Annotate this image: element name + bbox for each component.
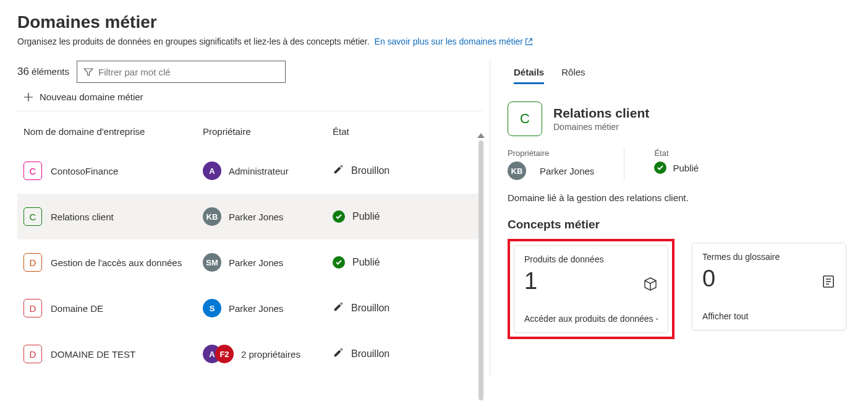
owner-label: Propriétaire (508, 149, 594, 158)
owner-text: Administrateur (229, 166, 289, 176)
page-title: Domaines métier (17, 12, 851, 32)
table-row[interactable]: D Domaine DE S Parker Jones Brouillon (17, 285, 482, 331)
check-icon (333, 256, 345, 269)
domain-letter-icon: C (508, 101, 542, 136)
table-row[interactable]: C ContosoFinance A Administrateur Brouil… (17, 148, 482, 194)
scrollbar-thumb[interactable] (479, 140, 483, 400)
domain-name: Relations client (51, 212, 114, 222)
table-row[interactable]: C Relations client KB Parker Jones Publi… (17, 194, 482, 239)
filter-icon (83, 67, 93, 77)
owner-text: Parker Jones (229, 257, 283, 268)
external-link-icon (525, 38, 533, 46)
avatar: F2 (215, 345, 234, 363)
state-text: Brouillon (351, 165, 389, 176)
state-text: Brouillon (351, 348, 389, 360)
domain-name: DOMAINE DE TEST (51, 349, 135, 360)
state-label: État (654, 149, 699, 158)
detail-subtitle: Domaines métier (553, 122, 649, 132)
domain-name: Gestion de l'accès aux données (51, 257, 182, 268)
owner-text: Parker Jones (229, 212, 283, 222)
owner-avatar: KB (508, 162, 526, 180)
card-link[interactable]: Accéder aux produits de données -Y (524, 314, 658, 324)
domain-letter-icon: D (23, 345, 42, 363)
table-row[interactable]: D Gestion de l'accès aux données SM Park… (17, 239, 482, 285)
check-icon (333, 210, 345, 223)
col-header-state[interactable]: État (333, 126, 476, 137)
filter-input[interactable] (98, 67, 279, 77)
check-icon (654, 162, 666, 174)
table-row[interactable]: D DOMAINE DE TEST AF2 2 propriétaires Br… (17, 331, 482, 377)
state-text: Publié (352, 257, 380, 268)
filter-input-wrapper[interactable] (77, 61, 286, 83)
detail-tabs: Détails Rôles (508, 61, 851, 84)
plus-icon (23, 92, 33, 102)
card-title: Produits de données (524, 254, 658, 264)
card-count: 1 (524, 268, 658, 295)
owner-text: 2 propriétaires (241, 349, 300, 360)
concept-card[interactable]: Produits de données 1 Accéder aux produi… (508, 239, 674, 339)
draft-icon (333, 164, 344, 178)
col-header-name[interactable]: Nom de domaine d'entreprise (23, 126, 203, 137)
owner-name: Parker Jones (540, 166, 594, 176)
tab-roles[interactable]: Rôles (561, 63, 585, 84)
owner-text: Parker Jones (229, 303, 283, 314)
domain-letter-icon: C (23, 162, 42, 180)
domain-letter-icon: C (23, 207, 42, 226)
card-count: 0 (702, 265, 836, 292)
concept-card[interactable]: Termes du glossaire 0 Afficher tout (688, 239, 850, 339)
tab-details[interactable]: Détails (514, 63, 544, 84)
domain-letter-icon: D (23, 299, 42, 317)
learn-more-link[interactable]: En savoir plus sur les domaines métier (375, 37, 533, 46)
card-title: Termes du glossaire (702, 252, 836, 262)
domain-name: Domaine DE (51, 303, 103, 314)
draft-icon (333, 301, 344, 315)
domain-name: ContosoFinance (51, 166, 118, 176)
state-value: Publié (673, 163, 699, 173)
avatar: A (203, 162, 221, 180)
draft-icon (333, 347, 344, 361)
state-text: Brouillon (351, 303, 389, 314)
detail-title: Relations client (553, 106, 649, 121)
table-header: Nom de domaine d'entreprise Propriétaire… (17, 111, 482, 148)
domain-description: Domaine lié à la gestion des relations c… (508, 192, 851, 203)
col-header-owner[interactable]: Propriétaire (203, 126, 333, 137)
card-link[interactable]: Afficher tout (702, 311, 836, 321)
item-count: 36 éléments (17, 66, 69, 78)
avatar: KB (203, 207, 221, 226)
state-text: Publié (352, 211, 380, 222)
page-subtitle: Organisez les produits de données en gro… (17, 37, 533, 46)
domain-letter-icon: D (23, 253, 42, 272)
avatar: SM (203, 253, 221, 272)
new-domain-button[interactable]: Nouveau domaine métier (17, 88, 482, 111)
avatar: S (203, 299, 221, 317)
concepts-heading: Concepts métier (508, 218, 851, 231)
